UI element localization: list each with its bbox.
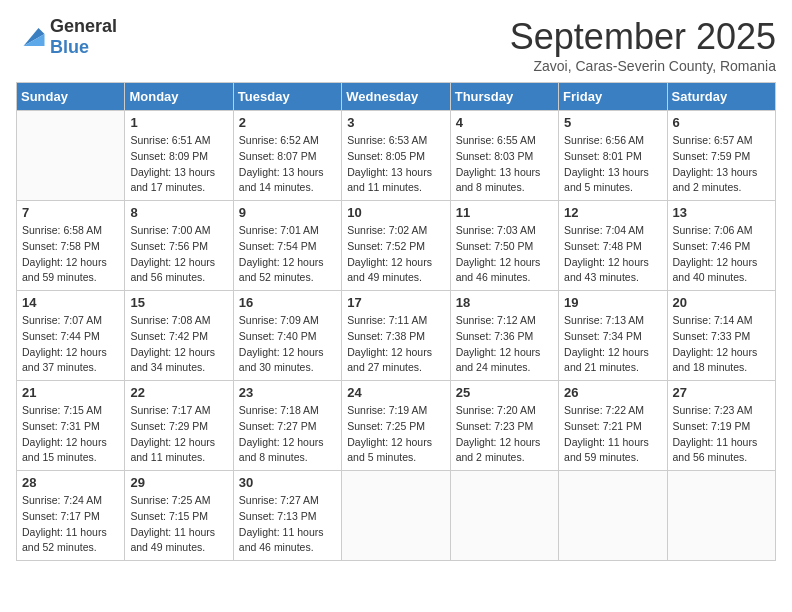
calendar-cell bbox=[559, 471, 667, 561]
day-info: Sunrise: 6:56 AMSunset: 8:01 PMDaylight:… bbox=[564, 133, 661, 196]
subtitle: Zavoi, Caras-Severin County, Romania bbox=[510, 58, 776, 74]
day-info: Sunrise: 7:12 AMSunset: 7:36 PMDaylight:… bbox=[456, 313, 553, 376]
day-number: 11 bbox=[456, 205, 553, 220]
day-number: 12 bbox=[564, 205, 661, 220]
day-number: 9 bbox=[239, 205, 336, 220]
weekday-header-thursday: Thursday bbox=[450, 83, 558, 111]
calendar-cell: 17Sunrise: 7:11 AMSunset: 7:38 PMDayligh… bbox=[342, 291, 450, 381]
day-number: 10 bbox=[347, 205, 444, 220]
calendar-cell: 25Sunrise: 7:20 AMSunset: 7:23 PMDayligh… bbox=[450, 381, 558, 471]
day-info: Sunrise: 7:03 AMSunset: 7:50 PMDaylight:… bbox=[456, 223, 553, 286]
calendar-cell: 24Sunrise: 7:19 AMSunset: 7:25 PMDayligh… bbox=[342, 381, 450, 471]
day-number: 13 bbox=[673, 205, 770, 220]
calendar-cell: 30Sunrise: 7:27 AMSunset: 7:13 PMDayligh… bbox=[233, 471, 341, 561]
day-info: Sunrise: 7:15 AMSunset: 7:31 PMDaylight:… bbox=[22, 403, 119, 466]
day-number: 14 bbox=[22, 295, 119, 310]
day-number: 2 bbox=[239, 115, 336, 130]
calendar-cell: 6Sunrise: 6:57 AMSunset: 7:59 PMDaylight… bbox=[667, 111, 775, 201]
calendar-cell bbox=[667, 471, 775, 561]
day-number: 20 bbox=[673, 295, 770, 310]
weekday-header-sunday: Sunday bbox=[17, 83, 125, 111]
day-info: Sunrise: 6:52 AMSunset: 8:07 PMDaylight:… bbox=[239, 133, 336, 196]
day-number: 15 bbox=[130, 295, 227, 310]
calendar-cell: 8Sunrise: 7:00 AMSunset: 7:56 PMDaylight… bbox=[125, 201, 233, 291]
day-info: Sunrise: 7:02 AMSunset: 7:52 PMDaylight:… bbox=[347, 223, 444, 286]
day-number: 1 bbox=[130, 115, 227, 130]
day-number: 8 bbox=[130, 205, 227, 220]
calendar-cell: 4Sunrise: 6:55 AMSunset: 8:03 PMDaylight… bbox=[450, 111, 558, 201]
day-info: Sunrise: 7:14 AMSunset: 7:33 PMDaylight:… bbox=[673, 313, 770, 376]
day-number: 19 bbox=[564, 295, 661, 310]
day-number: 27 bbox=[673, 385, 770, 400]
calendar-cell: 28Sunrise: 7:24 AMSunset: 7:17 PMDayligh… bbox=[17, 471, 125, 561]
calendar-cell: 29Sunrise: 7:25 AMSunset: 7:15 PMDayligh… bbox=[125, 471, 233, 561]
day-info: Sunrise: 6:53 AMSunset: 8:05 PMDaylight:… bbox=[347, 133, 444, 196]
general-blue-logo-icon bbox=[16, 25, 46, 49]
day-number: 22 bbox=[130, 385, 227, 400]
weekday-header-wednesday: Wednesday bbox=[342, 83, 450, 111]
day-number: 17 bbox=[347, 295, 444, 310]
day-number: 3 bbox=[347, 115, 444, 130]
day-number: 23 bbox=[239, 385, 336, 400]
calendar-cell: 16Sunrise: 7:09 AMSunset: 7:40 PMDayligh… bbox=[233, 291, 341, 381]
day-number: 24 bbox=[347, 385, 444, 400]
calendar-cell: 14Sunrise: 7:07 AMSunset: 7:44 PMDayligh… bbox=[17, 291, 125, 381]
day-number: 29 bbox=[130, 475, 227, 490]
calendar-cell: 21Sunrise: 7:15 AMSunset: 7:31 PMDayligh… bbox=[17, 381, 125, 471]
calendar-cell bbox=[17, 111, 125, 201]
logo-blue: Blue bbox=[50, 37, 89, 57]
page-header: General Blue September 2025 Zavoi, Caras… bbox=[16, 16, 776, 74]
day-number: 28 bbox=[22, 475, 119, 490]
day-info: Sunrise: 7:24 AMSunset: 7:17 PMDaylight:… bbox=[22, 493, 119, 556]
day-info: Sunrise: 7:13 AMSunset: 7:34 PMDaylight:… bbox=[564, 313, 661, 376]
calendar-week-row: 1Sunrise: 6:51 AMSunset: 8:09 PMDaylight… bbox=[17, 111, 776, 201]
calendar-cell bbox=[450, 471, 558, 561]
day-info: Sunrise: 7:17 AMSunset: 7:29 PMDaylight:… bbox=[130, 403, 227, 466]
day-number: 6 bbox=[673, 115, 770, 130]
calendar-header-row: SundayMondayTuesdayWednesdayThursdayFrid… bbox=[17, 83, 776, 111]
calendar-cell: 5Sunrise: 6:56 AMSunset: 8:01 PMDaylight… bbox=[559, 111, 667, 201]
calendar-week-row: 14Sunrise: 7:07 AMSunset: 7:44 PMDayligh… bbox=[17, 291, 776, 381]
day-info: Sunrise: 6:51 AMSunset: 8:09 PMDaylight:… bbox=[130, 133, 227, 196]
day-info: Sunrise: 7:25 AMSunset: 7:15 PMDaylight:… bbox=[130, 493, 227, 556]
day-number: 21 bbox=[22, 385, 119, 400]
calendar-cell: 2Sunrise: 6:52 AMSunset: 8:07 PMDaylight… bbox=[233, 111, 341, 201]
day-info: Sunrise: 7:11 AMSunset: 7:38 PMDaylight:… bbox=[347, 313, 444, 376]
day-info: Sunrise: 6:58 AMSunset: 7:58 PMDaylight:… bbox=[22, 223, 119, 286]
day-info: Sunrise: 7:23 AMSunset: 7:19 PMDaylight:… bbox=[673, 403, 770, 466]
day-number: 30 bbox=[239, 475, 336, 490]
calendar-cell: 12Sunrise: 7:04 AMSunset: 7:48 PMDayligh… bbox=[559, 201, 667, 291]
calendar-cell: 7Sunrise: 6:58 AMSunset: 7:58 PMDaylight… bbox=[17, 201, 125, 291]
calendar-cell: 19Sunrise: 7:13 AMSunset: 7:34 PMDayligh… bbox=[559, 291, 667, 381]
day-info: Sunrise: 7:06 AMSunset: 7:46 PMDaylight:… bbox=[673, 223, 770, 286]
weekday-header-saturday: Saturday bbox=[667, 83, 775, 111]
calendar-cell: 11Sunrise: 7:03 AMSunset: 7:50 PMDayligh… bbox=[450, 201, 558, 291]
day-number: 7 bbox=[22, 205, 119, 220]
day-info: Sunrise: 7:01 AMSunset: 7:54 PMDaylight:… bbox=[239, 223, 336, 286]
day-number: 18 bbox=[456, 295, 553, 310]
calendar-cell: 22Sunrise: 7:17 AMSunset: 7:29 PMDayligh… bbox=[125, 381, 233, 471]
calendar-cell: 9Sunrise: 7:01 AMSunset: 7:54 PMDaylight… bbox=[233, 201, 341, 291]
day-info: Sunrise: 7:20 AMSunset: 7:23 PMDaylight:… bbox=[456, 403, 553, 466]
calendar-week-row: 7Sunrise: 6:58 AMSunset: 7:58 PMDaylight… bbox=[17, 201, 776, 291]
calendar-cell: 10Sunrise: 7:02 AMSunset: 7:52 PMDayligh… bbox=[342, 201, 450, 291]
calendar-cell: 20Sunrise: 7:14 AMSunset: 7:33 PMDayligh… bbox=[667, 291, 775, 381]
calendar-week-row: 21Sunrise: 7:15 AMSunset: 7:31 PMDayligh… bbox=[17, 381, 776, 471]
day-info: Sunrise: 7:00 AMSunset: 7:56 PMDaylight:… bbox=[130, 223, 227, 286]
calendar-cell bbox=[342, 471, 450, 561]
day-info: Sunrise: 6:55 AMSunset: 8:03 PMDaylight:… bbox=[456, 133, 553, 196]
day-info: Sunrise: 7:18 AMSunset: 7:27 PMDaylight:… bbox=[239, 403, 336, 466]
logo: General Blue bbox=[16, 16, 117, 58]
day-info: Sunrise: 7:04 AMSunset: 7:48 PMDaylight:… bbox=[564, 223, 661, 286]
day-number: 4 bbox=[456, 115, 553, 130]
day-info: Sunrise: 7:07 AMSunset: 7:44 PMDaylight:… bbox=[22, 313, 119, 376]
title-block: September 2025 Zavoi, Caras-Severin Coun… bbox=[510, 16, 776, 74]
day-info: Sunrise: 7:09 AMSunset: 7:40 PMDaylight:… bbox=[239, 313, 336, 376]
calendar-cell: 13Sunrise: 7:06 AMSunset: 7:46 PMDayligh… bbox=[667, 201, 775, 291]
day-number: 5 bbox=[564, 115, 661, 130]
calendar-cell: 1Sunrise: 6:51 AMSunset: 8:09 PMDaylight… bbox=[125, 111, 233, 201]
month-title: September 2025 bbox=[510, 16, 776, 58]
day-info: Sunrise: 7:27 AMSunset: 7:13 PMDaylight:… bbox=[239, 493, 336, 556]
day-info: Sunrise: 6:57 AMSunset: 7:59 PMDaylight:… bbox=[673, 133, 770, 196]
calendar-cell: 15Sunrise: 7:08 AMSunset: 7:42 PMDayligh… bbox=[125, 291, 233, 381]
